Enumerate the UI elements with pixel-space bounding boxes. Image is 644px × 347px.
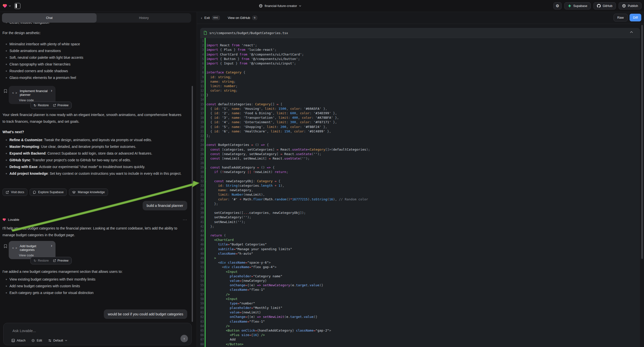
github-button[interactable]: GitHub <box>594 2 616 10</box>
fold-chevron-icon[interactable]: ∨ <box>205 71 206 76</box>
attach-button[interactable]: Attach <box>12 339 26 342</box>
send-arrow-icon: ↑ <box>183 336 185 341</box>
code-line: 14 <box>200 97 640 102</box>
send-button[interactable]: ↑ <box>180 335 188 342</box>
raw-toggle-button[interactable]: Raw <box>614 14 628 22</box>
code-line: 51 <div className="flex gap-4"> <box>200 265 640 269</box>
code-line: 35 limit: Number(newLimit), <box>200 192 640 197</box>
code-line: 16 { id: '1', name: 'Housing', limit: 15… <box>200 106 640 111</box>
mode-select[interactable]: Default <box>48 339 67 342</box>
code-line: 59 type="number" <box>200 301 640 306</box>
code-line: 46 title="Budget Categories" <box>200 242 640 247</box>
whats-next-heading: What's next? <box>2 129 184 136</box>
code-line: 67 Add <box>200 337 640 342</box>
code-line: 22]; <box>200 134 640 138</box>
exit-label: Exit <box>204 16 210 20</box>
lovable-logo-icon[interactable] <box>2 4 7 8</box>
list-item: Add new budget categories with custom li… <box>2 283 184 290</box>
view-code-link[interactable]: View code <box>19 254 52 257</box>
code-line: 50 <div className="space-y-6"> <box>200 260 640 265</box>
code-line: 24∨const BudgetCategories = () => { <box>200 143 640 147</box>
edit-button[interactable]: Edit <box>31 339 42 342</box>
fold-chevron-icon[interactable]: ∨ <box>205 144 206 148</box>
code-line: 29∨ const handleAddCategory = () => { <box>200 165 640 170</box>
project-switcher[interactable]: financial-future-creator <box>259 0 301 12</box>
composer: Attach Edit Default ↑ <box>3 323 192 345</box>
file-path: src/components/budget/BudgetCategories.t… <box>209 31 288 35</box>
preview-button[interactable]: Preview <box>53 104 68 107</box>
code-line: 49 > <box>200 256 640 260</box>
code-editor[interactable]: 12import React from 'react';3import { Pl… <box>200 38 640 347</box>
restore-label: Restore <box>38 259 49 262</box>
fold-chevron-icon[interactable]: ∨ <box>205 103 206 107</box>
sidebar-toggle-icon[interactable] <box>14 3 20 9</box>
code-line: 65 <Button onClick={handleAddCategory} c… <box>200 328 640 333</box>
list-item: GitHub Sync: Transfer your project's cod… <box>2 157 184 164</box>
bookmark-icon[interactable] <box>4 244 7 248</box>
restore-icon: ↻ <box>34 104 36 107</box>
explore-supabase-button[interactable]: Explore Supabase <box>30 188 67 196</box>
user-message: build a financial planner <box>143 201 187 210</box>
chat-input[interactable] <box>12 327 176 334</box>
explore-supabase-label: Explore Supabase <box>38 190 64 194</box>
edit-label: Edit <box>36 339 42 342</box>
publish-button[interactable]: Publish <box>618 2 642 10</box>
view-on-github-label: View on GitHub <box>228 16 250 20</box>
code-line: 54 value={newCategory} <box>200 278 640 283</box>
whats-next-list: Refine & Customize: Tweak the design, an… <box>2 137 184 177</box>
mode-label: Default <box>53 339 63 342</box>
message-menu-icon[interactable]: ··· <box>183 217 187 222</box>
code-line: 27 const [newLimit, setNewLimit] = React… <box>200 156 640 161</box>
code-line: 15∨const defaultCategories: Category[] =… <box>200 102 640 106</box>
restore-button[interactable]: ↻ Restore <box>34 104 49 107</box>
list-item: Each category gets a unique color for vi… <box>2 290 184 296</box>
g-key-badge: G <box>252 16 257 20</box>
image-attach-icon <box>12 339 15 342</box>
collapse-chevron-up-icon[interactable] <box>630 31 633 33</box>
code-line: 9 id: string; <box>200 75 640 80</box>
chevron-down-icon <box>65 340 67 341</box>
fold-chevron-icon[interactable]: ∨ <box>205 180 206 184</box>
code-scrollbar[interactable] <box>641 25 643 259</box>
chat-scrollbar[interactable] <box>192 86 193 322</box>
bookmark-icon[interactable] <box>4 89 7 93</box>
preview-button[interactable]: Preview <box>53 259 68 262</box>
view-on-github-button[interactable]: View on GitHub G <box>228 16 257 20</box>
exit-button[interactable]: ‹ Exit ESC <box>201 16 220 20</box>
restore-button[interactable]: ↻ Restore <box>34 259 49 262</box>
logo-chevron-down-icon[interactable] <box>9 5 11 7</box>
external-link-icon <box>6 191 9 194</box>
assistant-header: Lovable ··· <box>2 218 187 222</box>
tab-chat[interactable]: Chat <box>2 13 96 23</box>
project-globe-icon <box>259 4 263 8</box>
restore-preview-chip: ↻ Restore Preview <box>30 257 72 264</box>
assistant-paragraph: I'll help you add budget categories to t… <box>2 225 184 238</box>
code-line: 10 name: string; <box>200 80 640 84</box>
code-line: 58 <Input <box>200 297 640 301</box>
code-lines: 12import React from 'react';3import { Pl… <box>200 38 640 346</box>
code-line: 8∨interface Category { <box>200 70 640 75</box>
chat-history-tabs: Chat History <box>2 13 191 23</box>
gear-icon: ⚙ <box>556 4 559 8</box>
code-line: 4import ChartCard from '@/components/ui/… <box>200 52 640 57</box>
settings-button[interactable]: ⚙ <box>554 2 562 10</box>
code-line: 19 { id: '4', name: 'Entertainment', lim… <box>200 120 640 124</box>
publish-label: Publish <box>628 4 638 8</box>
tab-history[interactable]: History <box>96 13 191 23</box>
code-line: 68 </Button> <box>200 342 640 346</box>
visit-docs-button[interactable]: Visit docs <box>2 188 28 196</box>
code-line: 40 setNewCategory(''); <box>200 215 640 220</box>
code-icon: < > <box>12 246 18 250</box>
code-line: 66 <Plus size={16} /> <box>200 333 640 337</box>
chevron-right-icon: › <box>51 88 52 92</box>
restore-icon: ↻ <box>34 259 36 262</box>
list-item: Rounded corners and subtle shadows <box>2 68 184 74</box>
version-card[interactable]: < > Add budget categories › View code <box>9 241 56 259</box>
supabase-button[interactable]: Supabase <box>564 2 591 10</box>
diff-toggle-button[interactable]: Diff <box>630 14 641 22</box>
file-header[interactable]: src/components/budget/BudgetCategories.t… <box>200 28 640 38</box>
manage-knowledge-button[interactable]: Manage knowledge <box>69 188 108 196</box>
visit-docs-label: Visit docs <box>11 190 24 194</box>
fold-chevron-icon[interactable]: ∨ <box>205 166 206 171</box>
design-bullets: Minimalist interface with plenty of whit… <box>2 41 184 81</box>
